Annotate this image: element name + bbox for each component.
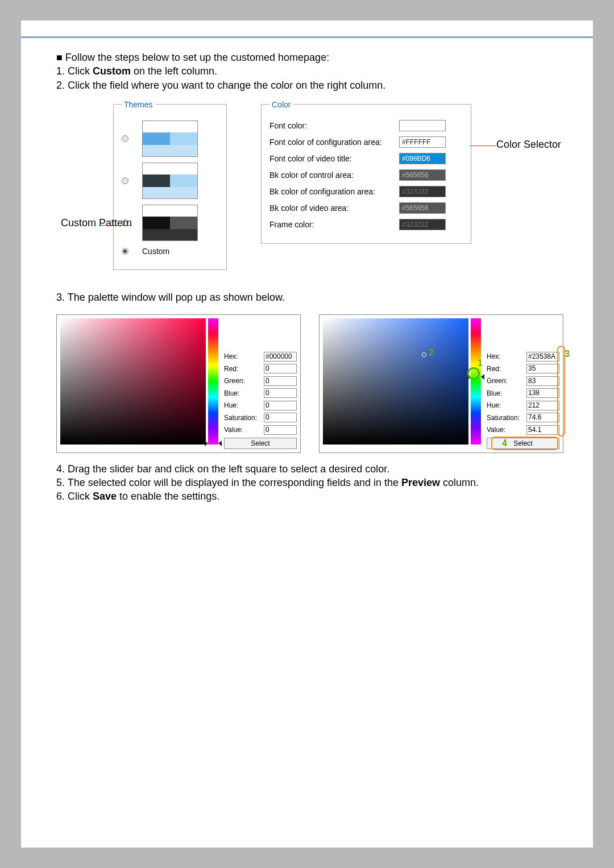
color-field-font[interactable] <box>399 120 446 131</box>
color-label: Bk color of configuration area: <box>269 187 399 196</box>
field-label: Value: <box>487 426 526 434</box>
sat-input[interactable]: 74.6 <box>526 413 559 422</box>
field-label: Red: <box>224 365 264 373</box>
theme-radio-2[interactable] <box>122 177 128 184</box>
blue-input[interactable]: 138 <box>526 388 559 398</box>
gradient-canvas[interactable]: 2 <box>323 318 468 445</box>
hue-input[interactable]: 212 <box>526 401 559 410</box>
select-button[interactable]: Select <box>224 438 297 449</box>
field-label: Red: <box>487 365 526 373</box>
color-label: Font color of video title: <box>269 154 399 163</box>
field-label: Saturation: <box>224 414 264 422</box>
green-input[interactable]: 0 <box>264 376 297 386</box>
page-header: VIVOTEK <box>21 20 593 36</box>
hue-slider-thumb-icon <box>205 441 208 446</box>
color-field-video-bk[interactable]: #565656 <box>399 202 446 214</box>
palette-readout: Hex:#000000 Red:0 Green:0 Blue:0 Hue:0 S… <box>224 318 297 449</box>
hex-input[interactable]: #000000 <box>264 352 297 362</box>
field-label: Green: <box>487 377 526 385</box>
palette-figure: Hex:#000000 Red:0 Green:0 Blue:0 Hue:0 S… <box>56 314 559 453</box>
page-footer: User's Manual - 29 <box>511 832 577 841</box>
color-field-config-bk[interactable]: #323232 <box>399 186 446 197</box>
theme-swatch-2[interactable] <box>142 163 198 199</box>
steps-456: 4. Drag the slider bar and click on the … <box>56 462 559 504</box>
intro-lead: ■ Follow the steps below to set up the c… <box>56 51 559 64</box>
callout-1: 1 <box>478 358 483 368</box>
field-label: Green: <box>224 377 264 385</box>
hue-slider[interactable] <box>208 318 218 445</box>
manual-page: VIVOTEK ■ Follow the steps below to set … <box>21 20 593 848</box>
field-label: Hue: <box>487 401 526 409</box>
themes-legend: Themes <box>122 100 155 109</box>
field-label: Hex: <box>487 352 526 360</box>
red-input[interactable]: 35 <box>526 364 559 373</box>
annotation-custom-pattern: Custom Pattern <box>61 217 132 230</box>
palette-readout: Hex:#23538A Red:35 Green:83 Blue:138 Hue… <box>487 318 559 449</box>
color-cursor-icon <box>422 352 426 357</box>
step-4: 4. Drag the slider bar and click on the … <box>56 462 559 476</box>
color-legend: Color <box>269 100 293 109</box>
color-field-frame[interactable]: #323232 <box>399 219 446 230</box>
color-field-config-font[interactable]: #FFFFFF <box>399 136 446 148</box>
color-label: Font color of configuration area: <box>269 138 399 147</box>
themes-wrap: Custom Pattern Themes <box>113 100 227 270</box>
val-input[interactable]: 0 <box>264 425 297 435</box>
theme-custom-label: Custom <box>142 247 169 256</box>
themes-color-figure: Custom Pattern Themes <box>56 100 559 270</box>
callout-4-box-icon <box>491 437 558 450</box>
palette-window-b: 2 1 Hex:#23538A Red:35 Green:83 Blue:138… <box>319 314 563 453</box>
hue-slider-thumb-icon <box>481 374 484 380</box>
field-label: Saturation: <box>487 414 526 422</box>
theme-radio-custom[interactable] <box>122 248 128 255</box>
step-1: 1. Click Custom on the left column. <box>56 64 559 78</box>
color-wrap: Color Selector Color Font color: Font co… <box>261 100 471 270</box>
step-3: 3. The palette window will pop up as sho… <box>56 290 559 304</box>
field-label: Hex: <box>224 352 264 360</box>
color-cursor-icon <box>61 439 66 443</box>
color-label: Frame color: <box>269 220 399 229</box>
field-label: Value: <box>224 426 264 434</box>
red-input[interactable]: 0 <box>264 364 297 373</box>
callout-3-box-icon <box>557 346 565 437</box>
step-5: 5. The selected color will be displayed … <box>56 476 559 489</box>
callout-2: 2 <box>429 348 434 358</box>
green-input[interactable]: 83 <box>526 376 559 386</box>
theme-swatch-3[interactable] <box>142 205 198 241</box>
sat-input[interactable]: 0 <box>264 413 297 422</box>
step-2: 2. Click the field where you want to cha… <box>56 78 559 92</box>
palette-window-a: Hex:#000000 Red:0 Green:0 Blue:0 Hue:0 S… <box>56 314 301 453</box>
hue-slider-thumb-icon <box>218 441 222 446</box>
annotation-color-selector: Color Selector <box>496 139 561 151</box>
theme-swatch-1[interactable] <box>142 121 198 157</box>
hue-slider[interactable] <box>471 318 481 445</box>
color-label: Bk color of video area: <box>269 203 399 213</box>
field-label: Hue: <box>224 401 264 409</box>
themes-fieldset: Themes <box>113 100 227 270</box>
gradient-canvas[interactable] <box>60 318 206 445</box>
hex-input[interactable]: #23538A <box>526 352 559 362</box>
page-content: ■ Follow the steps below to set up the c… <box>21 38 593 504</box>
color-field-videotitle[interactable]: #098BD6 <box>399 153 446 164</box>
hue-input[interactable]: 0 <box>264 401 297 410</box>
val-input[interactable]: 54.1 <box>526 425 559 435</box>
annotation-line <box>99 225 130 226</box>
annotation-line-2 <box>470 146 496 146</box>
color-label: Font color: <box>269 121 399 130</box>
field-label: Blue: <box>224 389 264 397</box>
step-6: 6. Click Save to enable the settings. <box>56 489 559 503</box>
callout-3: 3 <box>565 349 570 359</box>
intro-text: ■ Follow the steps below to set up the c… <box>56 51 559 92</box>
field-label: Blue: <box>487 389 526 397</box>
color-field-control-bk[interactable]: #565656 <box>399 169 446 181</box>
color-label: Bk color of control area: <box>269 171 399 180</box>
brand-label: VIVOTEK <box>535 23 577 34</box>
blue-input[interactable]: 0 <box>264 388 297 398</box>
color-fieldset: Color Font color: Font color of configur… <box>261 100 471 244</box>
theme-radio-1[interactable] <box>122 135 128 142</box>
